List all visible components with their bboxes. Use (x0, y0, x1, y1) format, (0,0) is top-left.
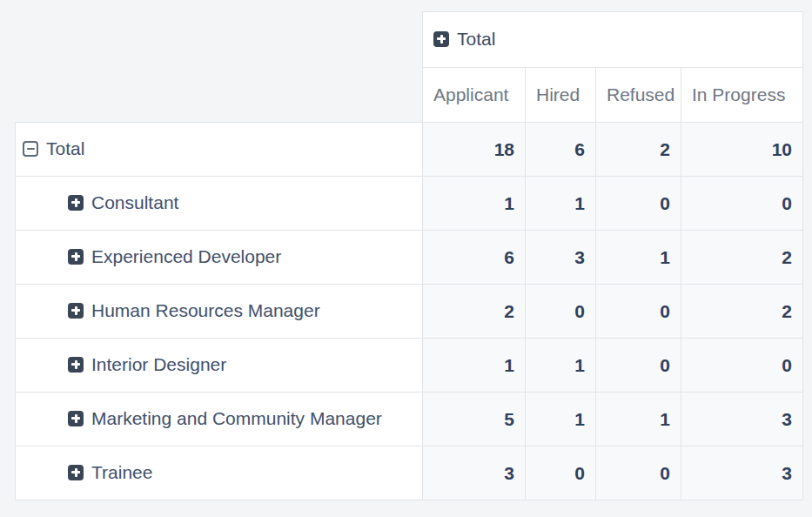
pivot-value-cell: 2 (423, 285, 526, 339)
row-group-label: Experienced Developer (91, 246, 281, 267)
expand-icon (68, 249, 84, 265)
pivot-value-cell: 1 (526, 177, 596, 231)
pivot-value-cell: 10 (681, 123, 803, 177)
pivot-row: Total 18 6 2 10 (16, 123, 803, 177)
pivot-value-cell: 6 (423, 231, 526, 285)
pivot-value-cell: 0 (526, 285, 596, 339)
row-group-header[interactable]: Trainee (16, 446, 423, 500)
pivot-value-cell: 3 (526, 231, 596, 285)
pivot-row: Interior Designer 1 1 0 0 (16, 339, 803, 393)
pivot-value-cell: 0 (596, 285, 681, 339)
row-group-header[interactable]: Consultant (16, 177, 423, 231)
pivot-body: Total 18 6 2 10 Consultant 1 1 0 0 Exper… (16, 123, 803, 500)
blank-corner-cell (16, 68, 423, 123)
expand-icon (68, 303, 84, 319)
row-group-header[interactable]: Experienced Developer (16, 231, 423, 285)
pivot-value-cell: 3 (423, 446, 526, 500)
pivot-value-cell: 2 (681, 231, 803, 285)
pivot-value-cell: 0 (681, 339, 803, 393)
measure-header-hired[interactable]: Hired (526, 68, 596, 123)
pivot-value-cell: 5 (423, 393, 526, 446)
pivot-value-cell: 1 (423, 177, 526, 231)
row-group-label: Interior Designer (91, 354, 226, 375)
expand-icon (68, 411, 84, 426)
pivot-value-cell: 3 (681, 393, 803, 446)
pivot-value-cell: 0 (526, 446, 596, 500)
blank-corner-cell (16, 12, 423, 68)
pivot-value-cell: 3 (681, 446, 803, 500)
row-group-label: Trainee (91, 462, 152, 483)
row-group-label: Human Resources Manager (91, 300, 320, 321)
expand-icon (68, 195, 84, 211)
pivot-row: Experienced Developer 6 3 1 2 (16, 231, 803, 285)
pivot-value-cell: 0 (596, 446, 681, 500)
row-group-header[interactable]: Interior Designer (16, 339, 423, 393)
row-group-label: Consultant (91, 192, 178, 213)
pivot-value-cell: 2 (681, 285, 803, 339)
pivot-view: Total Applicant Hired Refused In Progres… (0, 0, 812, 500)
expand-icon (68, 465, 84, 480)
pivot-value-cell: 0 (596, 177, 681, 231)
pivot-value-cell: 1 (596, 231, 681, 285)
column-group-header-total[interactable]: Total (423, 12, 803, 68)
pivot-value-cell: 2 (596, 123, 681, 177)
column-group-row: Total (16, 12, 803, 68)
pivot-value-cell: 1 (526, 339, 596, 393)
pivot-value-cell: 6 (526, 123, 596, 177)
measure-header-row: Applicant Hired Refused In Progress (16, 68, 803, 123)
pivot-table: Total Applicant Hired Refused In Progres… (15, 11, 803, 500)
expand-icon (433, 31, 449, 47)
pivot-value-cell: 0 (681, 177, 803, 231)
pivot-row: Consultant 1 1 0 0 (16, 177, 803, 231)
pivot-value-cell: 1 (526, 393, 596, 446)
measure-header-refused[interactable]: Refused (596, 68, 681, 123)
pivot-row: Trainee 3 0 0 3 (16, 446, 803, 500)
pivot-value-cell: 0 (596, 339, 681, 393)
row-group-header[interactable]: Human Resources Manager (16, 285, 423, 339)
collapse-icon (23, 141, 38, 157)
pivot-value-cell: 1 (423, 339, 526, 393)
row-group-label: Marketing and Community Manager (91, 408, 382, 429)
pivot-value-cell: 1 (596, 393, 681, 446)
column-group-label: Total (457, 29, 495, 50)
measure-header-applicant[interactable]: Applicant (423, 68, 526, 123)
expand-icon (68, 357, 84, 373)
pivot-row: Human Resources Manager 2 0 0 2 (16, 285, 803, 339)
row-group-header[interactable]: Total (16, 123, 423, 177)
row-group-label: Total (46, 138, 84, 159)
pivot-value-cell: 18 (423, 123, 526, 177)
row-group-header[interactable]: Marketing and Community Manager (16, 393, 423, 446)
measure-header-in-progress[interactable]: In Progress (681, 68, 803, 123)
pivot-row: Marketing and Community Manager 5 1 1 3 (16, 393, 803, 446)
